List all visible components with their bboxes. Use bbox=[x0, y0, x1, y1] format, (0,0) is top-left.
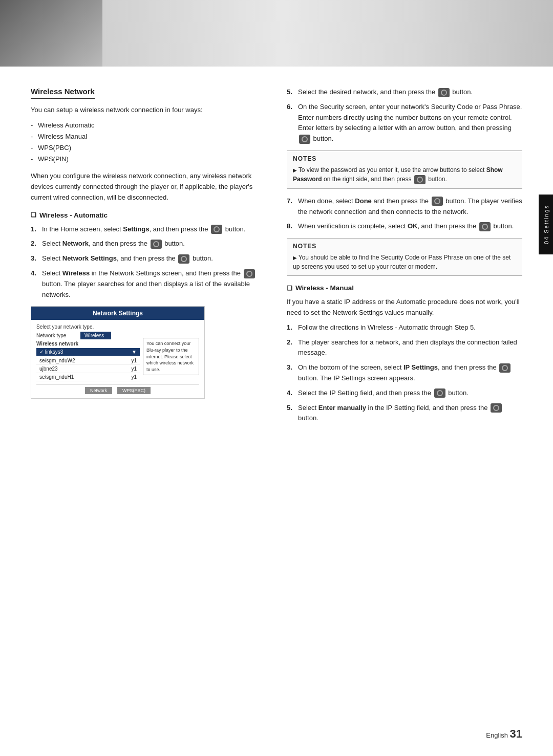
selected-network: ✓ linksys3 ▼ bbox=[36, 348, 140, 356]
step-num: 8. bbox=[287, 221, 292, 232]
button-icon bbox=[151, 240, 162, 249]
page-number: 31 bbox=[510, 727, 522, 740]
side-tab-chapter: 04 bbox=[543, 236, 549, 244]
step-m2: 2. The player searches for a network, an… bbox=[287, 337, 522, 359]
network-settings-screenshot: Network Settings Select your network typ… bbox=[31, 306, 205, 399]
wireless-automatic-title: Wireless - Automatic bbox=[31, 211, 266, 219]
signal-icon: ▼ bbox=[132, 349, 137, 355]
step-num: 3. bbox=[287, 362, 292, 373]
step-2: 2. Select Network, and then press the bu… bbox=[31, 239, 266, 249]
network-name: se/sgm_nduW2 bbox=[39, 358, 75, 363]
signal-strength: y1 bbox=[131, 366, 137, 372]
right-steps-top: 5. Select the desired network, and then … bbox=[287, 87, 522, 144]
connection-warning: When you configure the wireless network … bbox=[31, 171, 266, 203]
step-8: 8. When verification is complete, select… bbox=[287, 221, 522, 232]
right-column: 5. Select the desired network, and then … bbox=[287, 87, 522, 430]
step-num: 3. bbox=[31, 253, 36, 264]
notes-title-1: NOTES bbox=[293, 155, 516, 162]
step-num: 2. bbox=[31, 239, 36, 249]
notes-box-2: NOTES You should be able to find the Sec… bbox=[287, 238, 522, 276]
step-4: 4. Select Wireless in the Network Settin… bbox=[31, 268, 266, 300]
selected-network-name: ✓ linksys3 bbox=[39, 349, 63, 355]
right-steps-mid: 7. When done, select Done and then press… bbox=[287, 196, 522, 232]
step-num: 4. bbox=[287, 388, 292, 399]
wps-button[interactable]: WPS(PBC) bbox=[117, 387, 151, 394]
screenshot-select-label: Select your network type. bbox=[36, 324, 199, 330]
screenshot-body: Select your network type. Network type W… bbox=[31, 320, 204, 398]
step-m1: 1. Follow the directions in Wireless - A… bbox=[287, 322, 522, 333]
screenshot-buttons: Network WPS(PBC) bbox=[36, 384, 199, 394]
page: 04 Settings Wireless Network You can set… bbox=[0, 0, 553, 756]
network-name: ujbne23 bbox=[39, 366, 58, 372]
screenshot-side-note: You can connect your Blu-ray player to t… bbox=[143, 338, 199, 375]
step-1: 1. In the Home screen, select Settings, … bbox=[31, 224, 266, 235]
wireless-manual-steps: 1. Follow the directions in Wireless - A… bbox=[287, 322, 522, 424]
button-icon bbox=[438, 88, 450, 97]
step-m3: 3. On the bottom of the screen, select I… bbox=[287, 362, 522, 384]
button-icon bbox=[499, 363, 511, 373]
network-list-item: se/sgm_nduH1 y1 bbox=[36, 373, 140, 381]
button-icon bbox=[299, 135, 310, 144]
step-num: 1. bbox=[287, 322, 292, 333]
intro-text: You can setup a wireless network connect… bbox=[31, 105, 266, 116]
step-num: 5. bbox=[287, 87, 292, 98]
side-tab: 04 Settings bbox=[539, 195, 553, 254]
step-7: 7. When done, select Done and then press… bbox=[287, 196, 522, 218]
screenshot-network-type-row: Network type Wireless Wireless network ✓… bbox=[36, 332, 199, 381]
step-num: 7. bbox=[287, 196, 292, 207]
bullet-list: Wireless Automatic Wireless Manual WPS(P… bbox=[31, 120, 266, 165]
button-icon bbox=[414, 175, 426, 184]
list-item: WPS(PBC) bbox=[31, 142, 266, 154]
step-m5: 5. Select Enter manually in the IP Setti… bbox=[287, 403, 522, 424]
notes-title-2: NOTES bbox=[293, 243, 516, 250]
network-name: se/sgm_nduH1 bbox=[39, 374, 74, 380]
step-num: 5. bbox=[287, 403, 292, 414]
step-m4: 4. Select the IP Setting field, and then… bbox=[287, 388, 522, 399]
step-num: 1. bbox=[31, 224, 36, 235]
main-content: Wireless Network You can setup a wireles… bbox=[0, 67, 553, 461]
network-button[interactable]: Network bbox=[85, 387, 112, 394]
wireless-automatic-steps: 1. In the Home screen, select Settings, … bbox=[31, 224, 266, 300]
footer-text: English bbox=[486, 731, 509, 739]
side-tab-label: Settings bbox=[543, 205, 549, 233]
button-icon bbox=[244, 269, 255, 278]
left-column: Wireless Network You can setup a wireles… bbox=[31, 87, 266, 430]
step-3: 3. Select Network Settings, and then pre… bbox=[31, 253, 266, 264]
button-icon bbox=[434, 388, 445, 398]
page-footer: English 31 bbox=[486, 727, 522, 741]
notes-content-1: To view the password as you enter it, us… bbox=[293, 165, 516, 184]
step-5: 5. Select the desired network, and then … bbox=[287, 87, 522, 98]
button-icon bbox=[491, 403, 502, 413]
button-icon bbox=[479, 222, 491, 231]
signal-strength: y1 bbox=[131, 374, 137, 380]
section-title: Wireless Network bbox=[31, 87, 95, 99]
network-list-item: se/sgm_nduW2 y1 bbox=[36, 357, 140, 365]
header-banner bbox=[0, 0, 553, 67]
button-icon bbox=[432, 197, 443, 206]
list-item: Wireless Automatic bbox=[31, 120, 266, 131]
step-num: 4. bbox=[31, 268, 36, 279]
wireless-manual-intro: If you have a static IP address or the A… bbox=[287, 297, 522, 318]
list-item: WPS(PIN) bbox=[31, 154, 266, 165]
step-num: 6. bbox=[287, 102, 292, 113]
wireless-network-label: Wireless network bbox=[36, 341, 140, 347]
network-list-item: ujbne23 y1 bbox=[36, 365, 140, 373]
button-icon bbox=[211, 225, 222, 234]
signal-strength: y1 bbox=[131, 358, 137, 363]
network-type-label: Network type bbox=[36, 333, 77, 338]
notes-box-1: NOTES To view the password as you enter … bbox=[287, 150, 522, 189]
wireless-manual-title: Wireless - Manual bbox=[287, 284, 522, 292]
step-6: 6. On the Security screen, enter your ne… bbox=[287, 102, 522, 144]
network-type-value: Wireless bbox=[80, 332, 111, 339]
list-item: Wireless Manual bbox=[31, 131, 266, 142]
button-icon bbox=[178, 254, 189, 264]
screenshot-title: Network Settings bbox=[31, 307, 204, 320]
notes-content-2: You should be able to find the Security … bbox=[293, 253, 516, 271]
step-num: 2. bbox=[287, 337, 292, 348]
